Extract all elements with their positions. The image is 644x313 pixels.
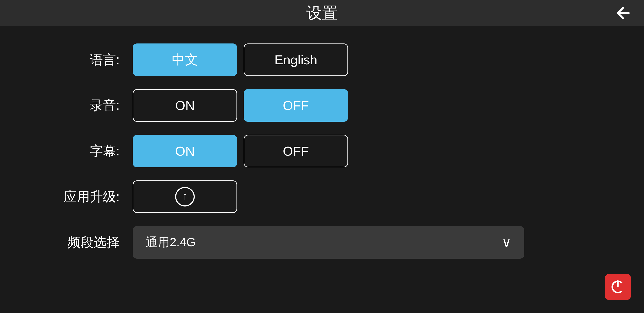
frequency-selected-value: 通用2.4G [146, 234, 196, 250]
subtitle-label: 字幕: [44, 142, 120, 160]
recording-on-button[interactable]: ON [133, 89, 237, 122]
page-title: 设置 [306, 2, 338, 23]
upgrade-setting-row: 应用升级: ↑ [44, 180, 600, 213]
subtitle-on-button[interactable]: ON [133, 135, 237, 167]
language-label: 语言: [44, 51, 120, 69]
language-setting-row: 语言: 中文 English [44, 43, 600, 76]
recording-button-group: ON OFF [133, 89, 348, 122]
upgrade-button[interactable]: ↑ [133, 180, 237, 213]
language-chinese-button[interactable]: 中文 [133, 43, 237, 76]
subtitle-button-group: ON OFF [133, 135, 348, 167]
language-english-button[interactable]: English [244, 43, 348, 76]
back-button[interactable] [614, 4, 631, 22]
subtitle-setting-row: 字幕: ON OFF [44, 135, 600, 167]
upload-arrow-icon: ↑ [182, 190, 188, 201]
power-icon [610, 279, 626, 295]
back-icon [614, 4, 631, 22]
frequency-dropdown[interactable]: 通用2.4G ∨ [133, 226, 524, 259]
power-button[interactable] [605, 274, 631, 300]
upload-circle-icon: ↑ [175, 187, 195, 207]
subtitle-off-button[interactable]: OFF [244, 135, 348, 167]
recording-setting-row: 录音: ON OFF [44, 89, 600, 122]
language-button-group: 中文 English [133, 43, 348, 76]
chevron-down-icon: ∨ [502, 235, 511, 250]
upgrade-label: 应用升级: [44, 188, 120, 206]
header: 设置 [0, 0, 644, 26]
settings-content: 语言: 中文 English 录音: ON OFF 字幕: ON [0, 26, 644, 276]
recording-off-button[interactable]: OFF [244, 89, 348, 122]
frequency-setting-row: 频段选择 通用2.4G ∨ [44, 226, 600, 259]
frequency-label: 频段选择 [44, 234, 120, 251]
recording-label: 录音: [44, 97, 120, 114]
